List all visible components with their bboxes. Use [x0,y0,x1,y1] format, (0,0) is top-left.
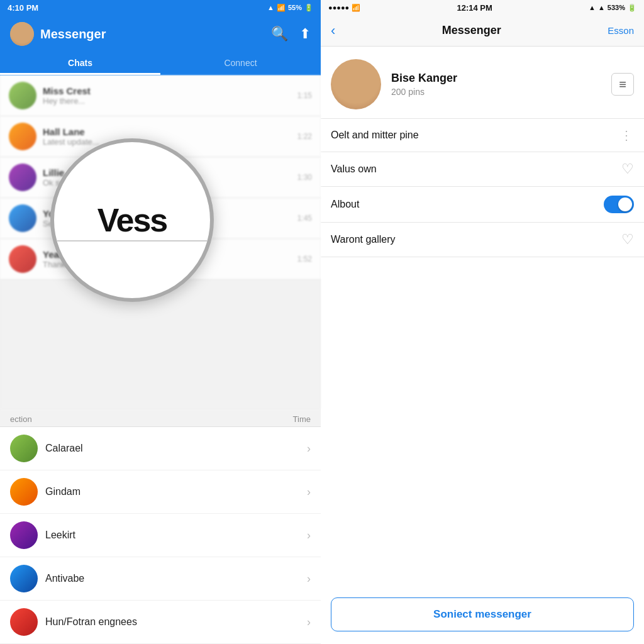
settings-row-oelt[interactable]: Oelt and mitter pine ⋮ [321,119,644,152]
contact-item[interactable]: Calarael › [0,427,321,470]
chat-avatar [9,164,36,191]
share-icon[interactable]: ⬆ [299,26,311,42]
settings-label-waront: Waront gallery [331,234,614,245]
right-header: ‹ Messenger Esson [321,15,644,47]
toggle-albout[interactable] [604,196,634,213]
tabs-bar: Chats Connect [0,53,321,75]
signal-icon: ▲ [267,4,274,11]
left-header-icons: 🔍 ⬆ [271,26,311,42]
battery-text-right: 533% [608,4,625,11]
wifi-icon: 📶 [277,4,286,12]
left-app-title: Messenger [40,27,106,42]
contact-avatar [10,521,38,549]
contact-item[interactable]: Hun/Fotran engnees › [0,601,321,644]
back-button[interactable]: ‹ [331,23,335,39]
chat-info: Miss Crest Hey there... [43,86,291,106]
battery-text: 55% [288,4,302,11]
profile-card: Bise Kanger 200 pins ≡ [321,47,644,119]
profile-name: Bise Kanger [391,72,601,85]
contact-name: Hun/Fotran engnees [45,616,299,628]
battery-icon: 🔋 [304,4,313,12]
avatar-face [10,22,34,46]
chevron-right-icon: › [307,529,311,542]
heart-icon-2: ♡ [621,231,634,248]
connect-button[interactable]: Soniect messenger [331,597,634,631]
tab-chats[interactable]: Chats [0,53,160,75]
signal-bar-icon: ▲ [598,4,605,11]
right-status-icons-left: ●●●●● 📶 [328,4,360,12]
right-header-action[interactable]: Esson [608,25,634,36]
contact-avatar [10,435,38,462]
chevron-right-icon: › [307,486,311,499]
contact-name: Leekirt [45,530,299,541]
contact-name: Gindam [45,486,299,497]
gps-icon: ▲ [589,4,596,11]
right-panel: ●●●●● 📶 12:14 PM ▲ ▲ 533% 🔋 ‹ Messenger … [321,0,644,644]
right-app-title: Messenger [343,24,600,37]
profile-avatar [331,59,381,109]
toggle-knob [618,197,632,211]
chat-info: Hall Lane Latest update... [43,126,291,147]
profile-menu-button[interactable]: ≡ [611,73,634,96]
settings-label-albout: Albout [331,199,596,210]
contact-avatar [10,478,38,506]
magnifier-divider [54,240,210,242]
contact-item[interactable]: Gindam › [0,470,321,514]
status-bar-right: ●●●●● 📶 12:14 PM ▲ ▲ 533% 🔋 [321,0,644,15]
left-status-icons: ▲ 📶 55% 🔋 [267,4,313,12]
status-bar-left: 4:10 PM ▲ 📶 55% 🔋 [0,0,321,15]
heart-icon: ♡ [621,161,634,177]
chevron-right-icon: › [307,616,311,629]
section-label: ection [10,414,32,424]
left-header: Messenger 🔍 ⬆ [0,15,321,53]
contact-section-header: ection Time [0,409,321,426]
search-icon[interactable]: 🔍 [271,26,288,42]
settings-row-albout[interactable]: Albout [321,187,644,223]
settings-row-valus[interactable]: Valus own ♡ [321,152,644,187]
profile-info: Bise Kanger 200 pins [391,72,601,97]
connect-btn-wrapper: Soniect messenger [321,585,644,644]
ellipsis-icon: ⋮ [620,128,634,143]
settings-label-valus: Valus own [331,164,614,175]
chevron-right-icon: › [307,572,311,586]
magnifier-text: Vess [97,201,167,239]
contact-avatar [10,608,38,636]
contact-name: Antivabe [45,573,299,584]
wifi-icon: 📶 [352,4,360,12]
signal-dots-icon: ●●●●● [328,4,349,11]
chat-avatar [9,245,36,273]
time-label: Time [293,414,311,424]
right-time: 12:14 PM [457,3,492,13]
chat-avatar [9,204,36,232]
settings-row-waront[interactable]: Waront gallery ♡ [321,223,644,257]
chat-avatar [9,82,36,109]
profile-sub: 200 pins [391,87,601,97]
contact-name: Calarael [45,443,299,454]
chevron-right-icon: › [307,442,311,455]
magnifier-overlay: Vess [50,138,214,302]
contact-avatar [10,565,38,592]
settings-list: Oelt and mitter pine ⋮ Valus own ♡ Albou… [321,119,644,585]
contact-item[interactable]: Leekirt › [0,514,321,557]
left-title-area: Messenger [10,22,106,46]
battery-icon-right: 🔋 [628,4,636,12]
chat-item[interactable]: Miss Crest Hey there... 1:15 [0,75,321,116]
right-status-icons-right: ▲ ▲ 533% 🔋 [589,4,636,12]
chat-avatar [9,123,36,150]
settings-label-oelt: Oelt and mitter pine [331,130,613,141]
avatar [10,22,34,46]
tab-connect[interactable]: Connect [160,53,321,75]
contact-section: Calarael › Gindam › Leekirt › Antivabe ›… [0,426,321,644]
left-panel: 4:10 PM ▲ 📶 55% 🔋 Messenger 🔍 ⬆ Chats Co… [0,0,321,644]
contact-item[interactable]: Antivabe › [0,557,321,601]
left-time: 4:10 PM [8,3,38,13]
